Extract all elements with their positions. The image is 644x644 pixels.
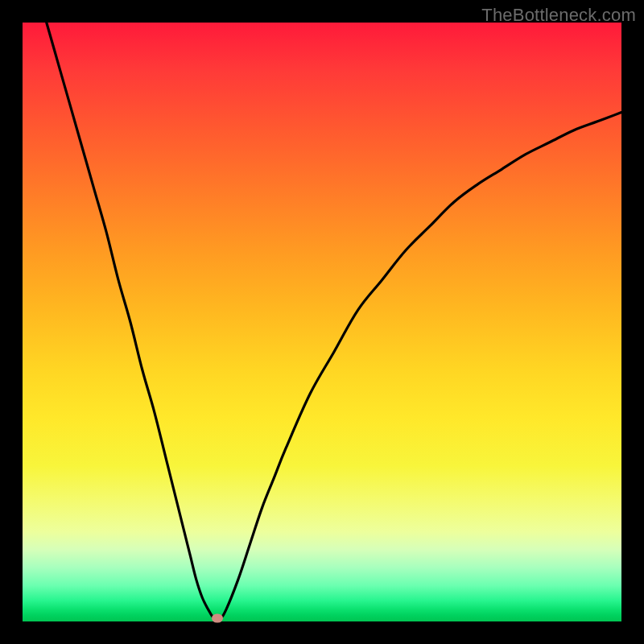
curve-minimum-marker (212, 614, 223, 623)
chart-plot-area (23, 23, 621, 621)
watermark-text: TheBottleneck.com (481, 5, 636, 26)
chart-frame: TheBottleneck.com (0, 0, 644, 644)
bottleneck-curve (23, 23, 621, 621)
